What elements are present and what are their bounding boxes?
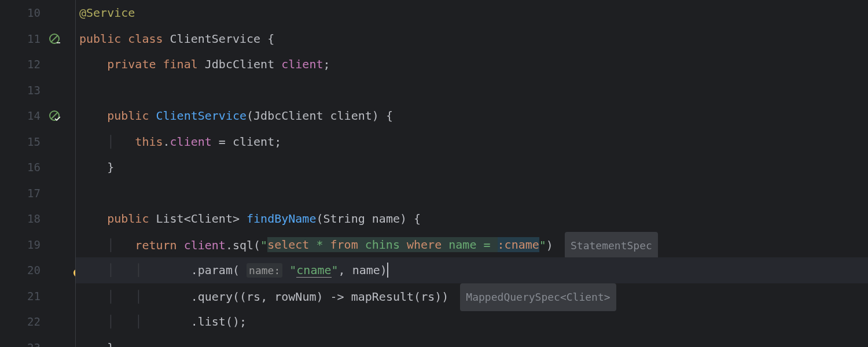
annotation: @Service: [79, 6, 135, 20]
arg: rs: [421, 289, 435, 303]
code-line[interactable]: [76, 180, 868, 206]
code-line[interactable]: │ │ .list();: [76, 309, 868, 335]
var: client: [184, 238, 226, 252]
no-usages-icon[interactable]: [48, 32, 61, 45]
constructor: ClientService: [156, 109, 247, 123]
sql-keyword: from: [330, 238, 358, 252]
type-hint: StatementSpec: [565, 232, 658, 260]
code-line[interactable]: }: [76, 335, 868, 348]
code-line[interactable]: private final JdbcClient client;: [76, 51, 868, 77]
parens: (): [226, 315, 240, 328]
gutter-line[interactable]: 23: [0, 335, 64, 348]
code-line-active[interactable]: │ │ .param( name: "cname", name): [76, 257, 868, 283]
gutter-line[interactable]: 16: [0, 154, 64, 180]
type: JdbcClient: [253, 109, 323, 123]
arrow: ->: [323, 289, 351, 303]
generic: Client: [191, 212, 233, 226]
paren: ): [372, 109, 379, 123]
method-call: param: [198, 263, 233, 277]
assign: =: [212, 135, 233, 149]
line-number: 13: [27, 77, 64, 104]
line-number: 10: [27, 0, 64, 26]
field: client: [170, 135, 212, 149]
gutter-line[interactable]: 18: [0, 206, 64, 232]
string: cname: [296, 263, 331, 278]
param: client: [330, 109, 372, 123]
code-line[interactable]: @Service: [76, 0, 868, 26]
type: String: [323, 212, 365, 226]
gutter-line[interactable]: 13: [0, 77, 64, 104]
quote: ": [260, 238, 267, 252]
var: name: [352, 263, 380, 277]
paren: (: [233, 263, 240, 277]
keyword: public: [79, 32, 121, 46]
semicolon: ;: [323, 57, 330, 71]
brace: }: [107, 160, 114, 174]
keyword: this: [135, 135, 163, 149]
code-line[interactable]: public class ClientService {: [76, 26, 868, 52]
gutter-line[interactable]: 12: [0, 51, 64, 77]
comma: ,: [260, 289, 274, 303]
type: List: [156, 212, 183, 226]
gutter-line[interactable]: 10: [0, 0, 64, 26]
code-area[interactable]: @Service public class ClientService { pr…: [75, 0, 868, 347]
paren: (: [316, 212, 323, 226]
code-line[interactable]: }: [76, 154, 868, 180]
gutter-line[interactable]: 14: [0, 103, 64, 129]
code-line[interactable]: public List<Client> findByName(String na…: [76, 206, 868, 232]
dot: .: [226, 238, 233, 252]
lt: <: [184, 212, 191, 226]
param: rowNum: [274, 289, 316, 303]
code-line[interactable]: │ │ .query((rs, rowNum) -> mapResult(rs)…: [76, 283, 868, 309]
brace: {: [414, 212, 421, 226]
keyword: final: [163, 57, 198, 71]
paren: (: [247, 109, 253, 123]
line-number: 22: [27, 309, 64, 335]
code-line[interactable]: public ClientService(JdbcClient client) …: [76, 103, 868, 129]
dot: .: [191, 289, 198, 303]
param-hint: name:: [247, 263, 282, 278]
line-number: 15: [27, 129, 64, 155]
sql-param: :cname: [498, 238, 539, 252]
type-hint: MappedQuerySpec<Client>: [460, 283, 616, 312]
method: findByName: [247, 212, 316, 226]
sql-keyword: where: [407, 238, 442, 252]
code-line[interactable]: [76, 77, 868, 104]
gutter-line[interactable]: 11: [0, 26, 64, 52]
method-call: list: [198, 315, 226, 328]
brace: }: [107, 341, 114, 348]
method-call: sql: [233, 238, 253, 252]
keyword: return: [135, 238, 176, 252]
sql: =: [483, 238, 497, 252]
dot: .: [191, 263, 198, 277]
field: client: [281, 57, 323, 71]
gutter-line[interactable]: 19: [0, 232, 64, 258]
quote: ": [289, 263, 296, 277]
paren: (: [253, 238, 260, 252]
line-number: 20: [27, 257, 64, 283]
paren: (: [414, 289, 421, 303]
brace: {: [386, 109, 393, 123]
gt: >: [233, 212, 240, 226]
gutter-line[interactable]: 15: [0, 129, 64, 155]
gutter-line[interactable]: 20: [0, 257, 64, 283]
param: name: [372, 212, 400, 226]
paren: ): [400, 212, 407, 226]
param: rs: [247, 289, 260, 303]
gutter-line[interactable]: 22: [0, 309, 64, 335]
gutter-line[interactable]: 17: [0, 180, 64, 206]
quote: ": [539, 238, 546, 252]
paren: )): [435, 289, 448, 303]
dot: .: [163, 135, 170, 149]
comma: ,: [339, 263, 352, 277]
sql: *: [309, 238, 330, 252]
paren: ): [316, 289, 323, 303]
code-line[interactable]: │ this.client = client;: [76, 129, 868, 155]
paren: ((: [233, 289, 247, 303]
semicolon: ;: [240, 315, 247, 328]
gutter-line[interactable]: 21: [0, 283, 64, 309]
line-number: 18: [27, 206, 64, 232]
code-line[interactable]: │ return client.sql("select * from chins…: [76, 232, 868, 258]
bean-icon[interactable]: [48, 109, 61, 122]
line-number: 16: [27, 154, 64, 180]
